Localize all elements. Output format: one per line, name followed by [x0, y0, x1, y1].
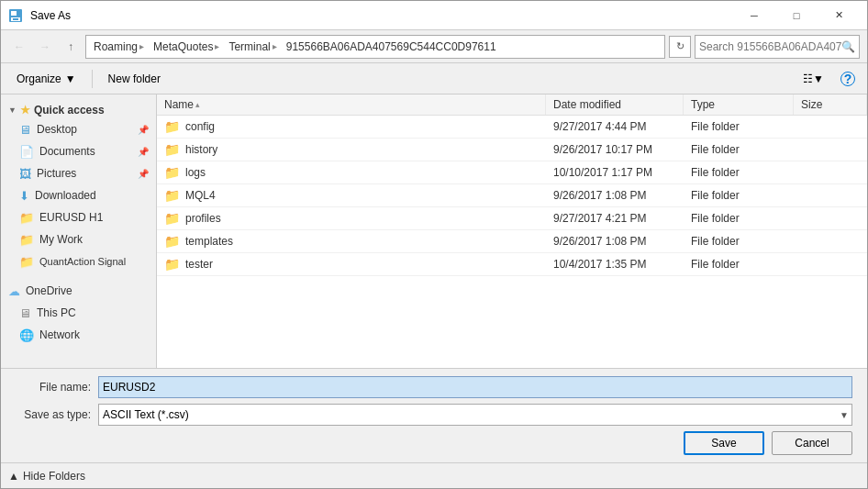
hide-folders-button[interactable]: ▲ Hide Folders: [8, 470, 85, 483]
column-header-date[interactable]: Date modified: [546, 94, 684, 115]
thispc-icon: 🖥: [19, 306, 31, 320]
quick-access-label: Quick access: [34, 104, 105, 117]
hide-folders-label: Hide Folders: [23, 470, 85, 483]
file-name-cell: 📁 history: [157, 139, 546, 161]
onedrive-icon: ☁: [8, 284, 20, 298]
file-size-cell: [794, 139, 867, 161]
path-segment-metaquotes[interactable]: MetaQuotes ▸: [150, 39, 223, 55]
folder-icon: 📁: [19, 211, 34, 225]
close-button[interactable]: ✕: [818, 1, 860, 30]
table-row[interactable]: 📁 logs 10/10/2017 1:17 PM File folder: [157, 161, 867, 184]
sidebar-item-onedrive[interactable]: ☁ OneDrive: [1, 280, 156, 302]
hide-folders-collapse-icon: ▲: [8, 470, 19, 483]
help-icon: ?: [840, 72, 855, 86]
dialog-icon: [8, 8, 23, 23]
sidebar-item-pictures[interactable]: 🖼 Pictures 📌: [1, 162, 156, 184]
up-button[interactable]: ↑: [60, 36, 82, 58]
quick-access-header[interactable]: ▼ ★ Quick access: [1, 98, 156, 118]
column-header-type[interactable]: Type: [684, 94, 794, 115]
save-label: Save: [711, 437, 736, 450]
file-type-cell: File folder: [684, 161, 794, 183]
maximize-button[interactable]: □: [775, 1, 818, 30]
sidebar-item-label: OneDrive: [26, 284, 72, 297]
pin-icon: 📌: [138, 125, 149, 135]
file-date-cell: 10/10/2017 1:17 PM: [546, 161, 684, 183]
table-row[interactable]: 📁 config 9/27/2017 4:44 PM File folder: [157, 116, 867, 139]
path-segment-terminal[interactable]: Terminal ▸: [225, 39, 280, 55]
path-segment-guid[interactable]: 915566BA06ADA407569C544CC0D97611: [283, 39, 500, 55]
search-box[interactable]: 🔍: [695, 35, 860, 59]
view-button[interactable]: ☷ ▼: [798, 68, 829, 90]
table-row[interactable]: 📁 tester 10/4/2017 1:35 PM File folder: [157, 253, 867, 276]
refresh-button[interactable]: ↻: [669, 36, 691, 58]
documents-icon: 📄: [19, 145, 34, 159]
table-row[interactable]: 📁 templates 9/26/2017 1:08 PM File folde…: [157, 230, 867, 253]
sidebar-item-label: Pictures: [37, 167, 76, 180]
organize-arrow-icon: ▼: [65, 72, 76, 85]
sidebar-item-label: Documents: [39, 145, 95, 158]
file-name-cell: 📁 profiles: [157, 207, 546, 229]
path-segment-roaming[interactable]: Roaming ▸: [90, 39, 148, 55]
save-button[interactable]: Save: [684, 431, 764, 455]
file-type-cell: File folder: [684, 253, 794, 275]
file-type-cell: File folder: [684, 230, 794, 252]
folder-icon: 📁: [19, 255, 34, 269]
column-label: Type: [691, 98, 715, 111]
file-name-cell: 📁 templates: [157, 230, 546, 252]
folder-icon: 📁: [164, 211, 180, 226]
table-row[interactable]: 📁 MQL4 9/26/2017 1:08 PM File folder: [157, 184, 867, 207]
help-button[interactable]: ?: [836, 68, 860, 90]
file-type-cell: File folder: [684, 139, 794, 161]
file-size-cell: [794, 253, 867, 275]
save-as-dialog: Save As ─ □ ✕ ← → ↑ Roaming ▸ MetaQuotes…: [0, 0, 868, 489]
file-date-cell: 10/4/2017 1:35 PM: [546, 253, 684, 275]
table-row[interactable]: 📁 profiles 9/27/2017 4:21 PM File folder: [157, 207, 867, 230]
sidebar-item-thispc[interactable]: 🖥 This PC: [1, 302, 156, 324]
sidebar-item-documents[interactable]: 📄 Documents 📌: [1, 140, 156, 162]
sidebar-item-label: My Work: [39, 233, 83, 246]
folder-icon: 📁: [164, 142, 180, 157]
file-name-cell: 📁 MQL4: [157, 184, 546, 206]
cancel-button[interactable]: Cancel: [772, 431, 852, 455]
sidebar-item-label: Downloaded: [35, 189, 96, 202]
path-segment-label: Terminal: [228, 40, 270, 53]
file-name: profiles: [185, 212, 221, 225]
folder-icon: 📁: [164, 234, 180, 249]
content-area: ▼ ★ Quick access 🖥 Desktop 📌 📄 Documents…: [1, 94, 867, 368]
file-type-cell: File folder: [684, 116, 794, 138]
file-date-cell: 9/26/2017 1:08 PM: [546, 184, 684, 206]
search-input[interactable]: [699, 40, 841, 53]
toolbar-separator: [92, 70, 93, 88]
back-button[interactable]: ←: [8, 36, 30, 58]
download-icon: ⬇: [19, 189, 29, 203]
filename-label: File name:: [16, 381, 98, 394]
savetype-select[interactable]: ASCII Text (*.csv) CSV (*.csv) Excel (*.…: [98, 404, 852, 426]
file-name: logs: [185, 166, 206, 179]
column-header-name[interactable]: Name ▴: [157, 94, 546, 115]
quick-access-collapse-icon: ▼: [8, 106, 17, 115]
file-date-cell: 9/27/2017 4:44 PM: [546, 116, 684, 138]
file-date-cell: 9/27/2017 4:21 PM: [546, 207, 684, 229]
file-date-cell: 9/26/2017 1:08 PM: [546, 230, 684, 252]
sidebar-item-mywork[interactable]: 📁 My Work: [1, 228, 156, 250]
sidebar-item-quantaction[interactable]: 📁 QuantAction Signal: [1, 250, 156, 272]
dialog-title: Save As: [30, 9, 733, 22]
sidebar-item-desktop[interactable]: 🖥 Desktop 📌: [1, 118, 156, 140]
column-header-size[interactable]: Size: [794, 94, 867, 115]
table-row[interactable]: 📁 history 9/26/2017 10:17 PM File folder: [157, 139, 867, 161]
titlebar: Save As ─ □ ✕: [1, 1, 867, 30]
filename-input[interactable]: [98, 376, 852, 398]
minimize-button[interactable]: ─: [733, 1, 775, 30]
folder-icon: 📁: [164, 257, 180, 272]
address-path: Roaming ▸ MetaQuotes ▸ Terminal ▸ 915566…: [85, 35, 665, 59]
file-size-cell: [794, 184, 867, 206]
organize-button[interactable]: Organize ▼: [8, 68, 84, 90]
new-folder-button[interactable]: New folder: [100, 68, 169, 90]
pin-icon: 📌: [138, 169, 149, 179]
sidebar-item-network[interactable]: 🌐 Network: [1, 324, 156, 346]
sidebar-item-downloaded[interactable]: ⬇ Downloaded: [1, 184, 156, 206]
column-label: Size: [801, 98, 822, 111]
forward-button[interactable]: →: [34, 36, 56, 58]
file-name-cell: 📁 config: [157, 116, 546, 138]
sidebar-item-eurusd[interactable]: 📁 EURUSD H1: [1, 206, 156, 228]
